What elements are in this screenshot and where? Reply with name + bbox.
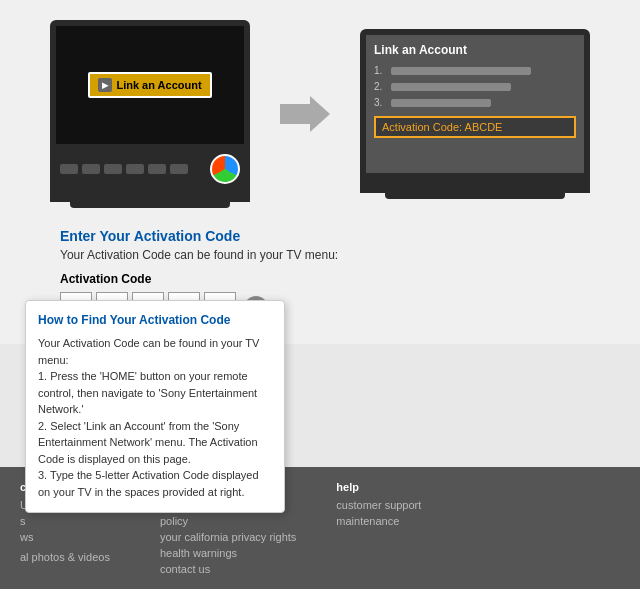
- tv-left-frame: ▶ Link an Account: [50, 20, 250, 150]
- footer-col-3-title: help: [336, 481, 436, 493]
- tv-btn-2: [82, 164, 100, 174]
- tv-line-bar-2: [391, 83, 511, 91]
- footer-link-maintenance[interactable]: maintenance: [336, 515, 436, 527]
- tv-btn-3: [104, 164, 122, 174]
- footer-link-policy[interactable]: policy: [160, 515, 296, 527]
- tv-right-lines: 1. 2. 3.: [374, 65, 576, 108]
- tv-line-bar-1: [391, 67, 531, 75]
- tv-left-screen: ▶ Link an Account: [56, 26, 244, 144]
- tv-left-buttons: [60, 164, 188, 174]
- tv-line-num-3: 3.: [374, 97, 386, 108]
- activation-field-label: Activation Code: [60, 272, 580, 286]
- tv-right-title: Link an Account: [374, 43, 576, 57]
- tv-logo: [210, 154, 240, 184]
- tv-right-screen: Link an Account 1. 2. 3.: [366, 35, 584, 173]
- footer-link-health[interactable]: health warnings: [160, 547, 296, 559]
- tv-line-bar-3: [391, 99, 491, 107]
- svg-marker-0: [280, 96, 330, 132]
- footer-link-ws[interactable]: ws: [20, 531, 120, 543]
- tv-btn-4: [126, 164, 144, 174]
- tv-illustration-area: ▶ Link an Account: [30, 20, 610, 208]
- tv-right-line-3: 3.: [374, 97, 576, 108]
- tv-line-num-2: 2.: [374, 81, 386, 92]
- footer-link-support[interactable]: customer support: [336, 499, 436, 511]
- tv-left-bottom-bar: [50, 150, 250, 188]
- link-icon: ▶: [98, 78, 112, 92]
- tv-left-base: [70, 202, 230, 208]
- link-account-tv-label: Link an Account: [116, 79, 201, 91]
- footer-link-ca-privacy[interactable]: your california privacy rights: [160, 531, 296, 543]
- activation-code-tooltip: How to Find Your Activation Code Your Ac…: [25, 300, 285, 513]
- tv-btn-1: [60, 164, 78, 174]
- tv-btn-6: [170, 164, 188, 174]
- tv-btn-5: [148, 164, 166, 174]
- footer-link-contact[interactable]: contact us: [160, 563, 296, 575]
- arrow-icon: [280, 94, 330, 134]
- link-account-tv-button: ▶ Link an Account: [88, 72, 211, 98]
- footer-link-photos[interactable]: al photos & videos: [20, 551, 120, 563]
- footer-link-s[interactable]: s: [20, 515, 120, 527]
- activation-title: Enter Your Activation Code: [60, 228, 580, 244]
- tv-right-line-2: 2.: [374, 81, 576, 92]
- activation-description: Your Activation Code can be found in you…: [60, 248, 580, 262]
- tv-line-num-1: 1.: [374, 65, 386, 76]
- tooltip-body: Your Activation Code can be found in you…: [38, 335, 272, 500]
- footer-col-3: help customer support maintenance: [336, 481, 436, 575]
- tv-right-stand: [360, 179, 590, 193]
- tv-right-line-1: 1.: [374, 65, 576, 76]
- tv-activation-code-display: Activation Code: ABCDE: [374, 116, 576, 138]
- tooltip-title: How to Find Your Activation Code: [38, 313, 272, 327]
- tv-right-frame: Link an Account 1. 2. 3.: [360, 29, 590, 179]
- tv-left-stand: [50, 188, 250, 202]
- tv-left: ▶ Link an Account: [50, 20, 250, 208]
- tv-right-base: [385, 193, 565, 199]
- tv-right: Link an Account 1. 2. 3.: [360, 29, 590, 199]
